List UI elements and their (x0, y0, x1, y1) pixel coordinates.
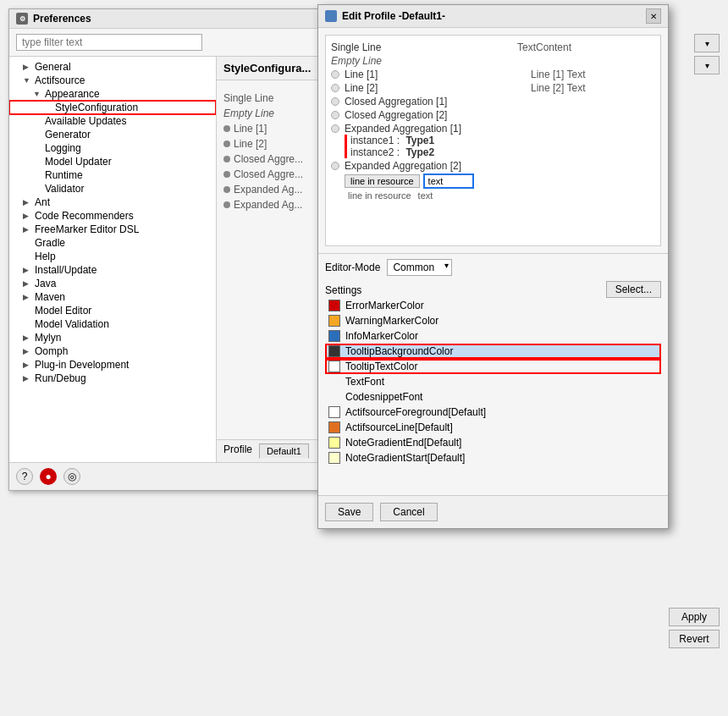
preview-label: Line [2] (345, 82, 531, 94)
sidebar-item-styleconfiguration[interactable]: StyleConfiguration (9, 101, 216, 114)
sidebar-item-ant[interactable]: ▶ Ant (9, 196, 216, 209)
settings-item-warning-marker-color[interactable]: WarningMarkerColor (325, 313, 661, 328)
revert-button[interactable]: Revert (669, 630, 720, 648)
dialog-titlebar: Edit Profile -Default1- ✕ (318, 5, 668, 28)
editor-mode-label: Editor-Mode (325, 262, 380, 273)
preview-empty-line: Empty Line (223, 106, 314, 121)
sidebar-item-plugin-development[interactable]: ▶ Plug-in Development (9, 358, 216, 372)
settings-item-codesnippet-font[interactable]: CodesnippetFont (325, 389, 661, 405)
settings-item-actifsource-line[interactable]: ActifsourceLine[Default] (325, 420, 661, 435)
sidebar-item-generator[interactable]: Generator (9, 128, 216, 141)
dialog-title-text: Edit Profile -Default1- (342, 10, 445, 22)
dialog-body: Single Line TextContent Empty Line Line … (318, 28, 668, 528)
settings-item-actifsource-foreground[interactable]: ActifsourceForeground[Default] (325, 405, 661, 420)
preview-row-expanded-agg1: Expanded Aggregation [1] instance1 : Typ… (331, 122, 655, 159)
menu-button[interactable]: ▾ (694, 56, 720, 74)
instances-block: instance1 : Type1 instance2 : Type2 (331, 135, 434, 158)
node-dot-icon (331, 97, 339, 106)
sidebar-item-label: Oomph (35, 345, 68, 357)
sidebar-item-runtime[interactable]: Runtime (9, 168, 216, 182)
preview-expanded-ag1: Expanded Ag... (223, 182, 314, 197)
arrow-icon: ▶ (23, 293, 31, 301)
arrow-icon: ▶ (23, 212, 31, 220)
settings-item-info-marker-color[interactable]: InfoMarkerColor (325, 328, 661, 344)
preferences-window: ⚙ Preferences ▶ General ▼ Actifsource ▼ … (8, 8, 322, 491)
sidebar-item-java[interactable]: ▶ Java (9, 277, 216, 290)
settings-item-note-gradient-start[interactable]: NoteGradientStart[Default] (325, 450, 661, 465)
line-in-resource-button[interactable]: line in resource (345, 174, 420, 188)
preview-content: Single Line Empty Line Line [1] Line [2]… (223, 87, 314, 216)
settings-item-tooltip-text-color[interactable]: TooltipTextColor (325, 359, 661, 374)
dropdown-button[interactable]: ▾ (694, 34, 720, 52)
sidebar-item-run-debug[interactable]: ▶ Run/Debug (9, 372, 216, 385)
expanded-agg2-header: Expanded Aggregation [2] (331, 160, 531, 172)
sidebar-item-model-editor[interactable]: Model Editor (9, 304, 216, 317)
settings-item-label: TooltipTextColor (345, 361, 417, 372)
cancel-button[interactable]: Cancel (380, 503, 437, 521)
editor-mode-select[interactable]: Common Expert Simple (387, 259, 452, 276)
preview-label: Line [1] (345, 69, 531, 80)
arrow-icon: ▼ (33, 90, 41, 98)
sidebar-item-label: Actifsource (35, 74, 85, 86)
preview-value: TextContent (517, 41, 571, 53)
sidebar-item-general[interactable]: ▶ General (9, 60, 216, 74)
sidebar-item-label: General (35, 61, 71, 73)
instance2-row: instance2 : Type2 (345, 146, 434, 158)
settings-item-label: ActifsourceLine[Default] (345, 421, 453, 433)
sidebar-item-logging[interactable]: Logging (9, 141, 216, 155)
settings-item-note-gradient-end[interactable]: NoteGradientEnd[Default] (325, 435, 661, 450)
sidebar-item-validator[interactable]: Validator (9, 182, 216, 196)
sidebar-item-code-recommenders[interactable]: ▶ Code Recommenders (9, 209, 216, 223)
arrow-icon: ▼ (23, 76, 31, 85)
preview-value: Line [2] Text (531, 82, 586, 94)
settings-item-text-font[interactable]: TextFont (325, 374, 661, 389)
save-button[interactable]: Save (325, 503, 373, 521)
dot-icon (223, 125, 230, 132)
sidebar-item-label: Model Updater (45, 156, 112, 168)
sidebar-item-maven[interactable]: ▶ Maven (9, 290, 216, 304)
preview-row-closed-agg1: Closed Aggregation [1] (331, 95, 655, 108)
preview-label-italic: Empty Line (331, 55, 517, 67)
resource-text-input[interactable] (423, 173, 474, 189)
stop-button[interactable]: ● (40, 468, 57, 485)
info-button[interactable]: ◎ (63, 468, 80, 485)
color-swatch-tooltip-bg (328, 345, 340, 357)
settings-item-error-marker-color[interactable]: ErrorMarkerColor (325, 298, 661, 313)
sidebar-item-freemarker[interactable]: ▶ FreeMarker Editor DSL (9, 223, 216, 236)
preferences-body: ▶ General ▼ Actifsource ▼ Appearance Sty… (9, 57, 321, 462)
sidebar-item-gradle[interactable]: Gradle (9, 236, 216, 250)
search-input[interactable] (16, 34, 202, 51)
sidebar-item-install-update[interactable]: ▶ Install/Update (9, 263, 216, 277)
settings-item-tooltip-bg-color[interactable]: TooltipBackgroundColor (325, 344, 661, 359)
settings-header: Settings Select... (325, 281, 661, 298)
expanded-agg1-header: Expanded Aggregation [1] (331, 123, 531, 135)
apply-button[interactable]: Apply (669, 608, 720, 626)
main-panel-title: StyleConfigura... (217, 57, 321, 80)
sidebar-item-label: Appearance (45, 88, 100, 100)
sidebar-item-help[interactable]: Help (9, 250, 216, 263)
instance1-label: instance1 : (350, 135, 400, 146)
close-button[interactable]: ✕ (646, 8, 661, 24)
tab-default1[interactable]: Default1 (259, 443, 309, 459)
arrow-icon: ▶ (23, 333, 31, 342)
sidebar-item-mylyn[interactable]: ▶ Mylyn (9, 331, 216, 344)
select-button[interactable]: Select... (606, 281, 661, 298)
sidebar-item-model-updater[interactable]: Model Updater (9, 155, 216, 168)
sidebar-item-oomph[interactable]: ▶ Oomph (9, 344, 216, 358)
preview-label: Closed Aggregation [2] (345, 109, 531, 121)
sidebar-item-available-updates[interactable]: Available Updates (9, 114, 216, 128)
settings-item-label: TextFont (345, 376, 384, 388)
settings-item-label: CodesnippetFont (345, 391, 422, 403)
sidebar-item-label: FreeMarker Editor DSL (35, 223, 139, 235)
sidebar-item-label: Logging (45, 142, 81, 154)
sidebar-item-model-validation[interactable]: Model Validation (9, 317, 216, 331)
sidebar-item-label: Install/Update (35, 264, 97, 276)
sidebar-item-label: Java (35, 278, 56, 289)
sidebar-item-appearance[interactable]: ▼ Appearance (9, 87, 216, 101)
sidebar-item-label: Generator (45, 129, 91, 140)
color-swatch-note-gradient-end (328, 437, 340, 449)
sidebar-item-actifsource[interactable]: ▼ Actifsource (9, 74, 216, 87)
preview-label: Expanded Aggregation [1] (345, 123, 531, 135)
help-button[interactable]: ? (16, 468, 33, 485)
dialog-footer: Save Cancel (318, 495, 668, 528)
